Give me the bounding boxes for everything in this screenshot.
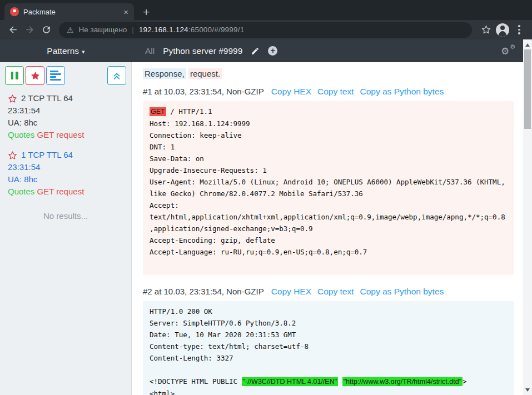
stream-tags: Quotes GET request — [8, 129, 123, 141]
scrollbar-thumb[interactable] — [524, 49, 531, 129]
legend-response: Response, — [143, 68, 186, 79]
legend: Response, request. — [143, 69, 514, 78]
copy-hex-link[interactable]: Copy HEX — [271, 87, 311, 97]
browser-menu-button[interactable] — [511, 25, 528, 34]
stream-tabs: All Python server #9999 + — [132, 46, 501, 56]
scroll-down-arrow-icon[interactable] — [525, 388, 530, 392]
reload-button[interactable] — [38, 22, 54, 38]
copy-python-link[interactable]: Copy as Python bytes — [360, 87, 444, 97]
browser-tab[interactable]: Packmate × — [4, 3, 134, 20]
patterns-label: Patterns — [47, 46, 79, 56]
copy-python-link[interactable]: Copy as Python bytes — [360, 287, 444, 297]
packet-2-title: #2 at 10.03, 23:31:54, Non-GZIP — [143, 287, 264, 296]
tag-quotes: Quotes — [8, 187, 34, 196]
avatar-icon — [496, 23, 509, 37]
tag-get-request: GET request — [37, 187, 84, 196]
copy-text-link[interactable]: Copy text — [317, 87, 354, 97]
packet-2-body: HTTP/1.0 200 OK Server: SimpleHTTP/0.6 P… — [143, 301, 514, 395]
reload-icon — [41, 24, 52, 35]
tab-current-service[interactable]: Python server #9999 — [163, 46, 242, 56]
sidebar-toolbar — [5, 66, 126, 85]
legend-request: request. — [188, 68, 222, 79]
favorite-star-icon[interactable] — [8, 94, 17, 103]
copy-hex-link[interactable]: Copy HEX — [271, 287, 311, 297]
stream-title: 1 TCP TTL 64 — [21, 149, 73, 161]
highlight-quote-2: "http://www.w3.org/TR/html4/strict.dtd" — [342, 377, 463, 386]
packmate-favicon-icon — [10, 7, 19, 16]
highlight-quote-1: "-//W3C//DTD HTML 4.01//EN" — [242, 377, 339, 386]
packet-2-text: HTTP/1.0 200 OK Server: SimpleHTTP/0.6 P… — [150, 307, 309, 386]
pause-icon — [11, 72, 18, 79]
stream-ua: UA: 8hc — [8, 117, 123, 129]
packet-1-body: GET / HTTP/1.1 Host: 192.168.1.124:9999 … — [143, 101, 514, 275]
stream-tags: Quotes GET request — [8, 186, 123, 198]
copy-text-link[interactable]: Copy text — [317, 287, 354, 297]
page-scrollbar — [523, 39, 532, 395]
align-left-icon — [50, 71, 61, 81]
chevron-down-icon: ▾ — [82, 48, 85, 55]
close-tab-icon[interactable]: × — [123, 8, 128, 16]
bookmark-star-button[interactable] — [478, 22, 494, 38]
packet-1-header: #1 at 10.03, 23:31:54, Non-GZIP Copy HEX… — [143, 87, 514, 97]
edit-service-button[interactable] — [251, 47, 260, 56]
pause-capture-button[interactable] — [5, 66, 24, 85]
packet-1-title: #1 at 10.03, 23:31:54, Non-GZIP — [143, 87, 264, 96]
add-service-button[interactable]: + — [268, 46, 277, 56]
stream-list-item-selected[interactable]: 1 TCP TTL 64 23:31:54 UA: 8hc Quotes GET… — [5, 149, 126, 198]
tag-get-request: GET request — [37, 130, 84, 139]
url-text: 192.168.1.124:65000/#/9999/1 — [139, 26, 245, 34]
profile-button[interactable] — [494, 22, 511, 38]
star-icon — [30, 71, 41, 81]
scroll-up-arrow-icon[interactable] — [525, 43, 530, 47]
no-results-label: No results... — [5, 211, 126, 221]
forward-button[interactable] — [21, 22, 38, 38]
app-header: Patterns▾ All Python server #9999 + ⚙ ⚙ — [0, 39, 523, 62]
stream-list-item[interactable]: 2 TCP TTL 64 23:31:54 UA: 8hc Quotes GET… — [5, 92, 126, 141]
gear-small-icon: ⚙ — [510, 43, 515, 51]
packets-view: Response, request. #1 at 10.03, 23:31:54… — [132, 62, 523, 395]
packet-1-text: / HTTP/1.1 Host: 192.168.1.124:9999 Conn… — [150, 107, 509, 268]
address-bar[interactable]: ⚠ Не защищено | 192.168.1.124:65000/#/99… — [59, 22, 472, 38]
url-path: :65000/#/9999/1 — [188, 26, 245, 34]
tab-title: Packmate — [23, 8, 119, 16]
bookmark-star-icon — [481, 24, 491, 35]
back-arrow-icon — [8, 24, 18, 35]
packet-2-mid — [338, 377, 342, 386]
collapse-sidebar-button[interactable] — [107, 66, 126, 85]
not-secure-label[interactable]: Не защищено — [79, 26, 127, 34]
stream-time: 23:31:54 — [8, 104, 123, 117]
address-divider: | — [132, 26, 134, 34]
packet-2-header: #2 at 10.03, 23:31:54, Non-GZIP Copy HEX… — [143, 287, 514, 297]
patterns-dropdown[interactable]: Patterns▾ — [0, 46, 132, 56]
browser-toolbar: ⚠ Не защищено | 192.168.1.124:65000/#/99… — [0, 20, 532, 39]
tab-all[interactable]: All — [145, 46, 155, 56]
not-secure-warning-icon[interactable]: ⚠ — [67, 26, 74, 34]
highlight-get: GET — [150, 107, 166, 116]
new-tab-button[interactable]: + — [143, 6, 150, 18]
streams-sidebar: 2 TCP TTL 64 23:31:54 UA: 8hc Quotes GET… — [0, 62, 132, 395]
stream-title: 2 TCP TTL 64 — [21, 92, 73, 104]
forward-arrow-icon — [24, 24, 35, 35]
filter-lines-button[interactable] — [46, 66, 65, 85]
url-host: 192.168.1.124 — [139, 26, 188, 34]
stream-ua: UA: 8hc — [8, 173, 123, 186]
tag-quotes: Quotes — [8, 130, 34, 139]
stream-time: 23:31:54 — [8, 161, 123, 173]
pencil-icon — [251, 47, 260, 56]
browser-tabstrip: Packmate × + — [0, 0, 532, 20]
favorite-star-icon[interactable] — [8, 151, 17, 160]
back-button[interactable] — [4, 22, 21, 38]
favorites-filter-button[interactable] — [26, 66, 44, 85]
chevrons-up-icon — [112, 71, 121, 80]
settings-button[interactable]: ⚙ ⚙ — [501, 44, 515, 58]
gear-icon: ⚙ — [501, 46, 509, 57]
